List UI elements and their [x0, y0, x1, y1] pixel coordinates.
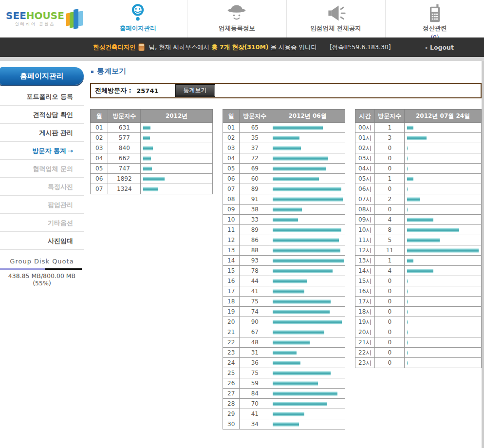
visitors-count-cell: 0 — [375, 327, 405, 337]
visitor-bar — [273, 371, 331, 375]
usage-highlight: 총 7개 현장(310M) — [211, 43, 268, 52]
visitors-count-cell: 1324 — [108, 184, 141, 194]
bar-cell — [405, 317, 482, 327]
sidebar-item[interactable]: 게시판 관리 — [0, 124, 84, 142]
logo[interactable]: SEEHOUSE 인테리어 콘텐츠 — [0, 0, 89, 37]
nav-item-homepage-management[interactable]: 홈페이지관리 — [89, 0, 187, 37]
visitor-bar — [273, 269, 333, 273]
category-cell: 12시 — [355, 245, 375, 256]
sidebar-item[interactable]: 포트폴리오 등록 — [0, 88, 84, 106]
bar-cell — [270, 337, 345, 348]
bar-cell — [405, 143, 482, 153]
bar-cell — [270, 123, 345, 133]
table-row: 1578 — [223, 266, 345, 276]
sidebar: 홈페이지관리 포트폴리오 등록견적상담 확인게시판 관리방문자 통계⇢협력업체 … — [0, 61, 84, 448]
logout-arrow-icon: ▸ — [426, 45, 428, 50]
logo-wordmark: SEEHOUSE — [6, 11, 64, 20]
stats-tables-row: 월방문자수2012년016310257703840046620574706189… — [90, 109, 482, 429]
table-row: 2090 — [223, 317, 345, 327]
table-row: 1644 — [223, 276, 345, 286]
bar-cell — [270, 235, 345, 245]
category-cell: 00시 — [355, 123, 375, 133]
bar-cell — [270, 348, 345, 358]
logout-button[interactable]: ▸Logout — [426, 37, 454, 57]
sidebar-item[interactable]: 사진임대 — [0, 232, 84, 250]
nav-label: 입점업체 전체공지 — [310, 24, 361, 33]
visitors-count-cell: 48 — [240, 337, 270, 348]
visitors-count-cell: 86 — [240, 235, 270, 245]
visitor-bar — [407, 248, 479, 253]
table-row: 15시0 — [355, 276, 482, 286]
bar-cell — [405, 153, 482, 164]
bar-cell — [405, 123, 482, 133]
table-row: 1741 — [223, 286, 345, 297]
visitor-bar — [273, 259, 344, 263]
visitors-count-cell: 3 — [375, 133, 405, 143]
column-header: 시간 — [355, 110, 375, 123]
category-cell: 22 — [223, 337, 240, 348]
table-row: 1388 — [223, 245, 345, 256]
bar-cell — [270, 153, 345, 164]
category-cell: 14시 — [355, 266, 375, 276]
visitors-count-cell: 2 — [375, 194, 405, 205]
visitor-bar — [407, 197, 420, 202]
category-cell: 10시 — [355, 225, 375, 235]
visitors-count-cell: 5 — [375, 235, 405, 245]
table-row: 0789 — [223, 184, 345, 194]
visitors-count-cell: 89 — [240, 225, 270, 235]
nav-item-settlement[interactable]: 정산관련 (0) — [385, 0, 484, 37]
category-cell: 20 — [223, 317, 240, 327]
category-cell: 22시 — [355, 348, 375, 358]
bar-cell — [141, 184, 213, 194]
sidebar-item[interactable]: 방문자 통계⇢ — [0, 142, 84, 160]
quota-title: Group Disk Quota — [0, 258, 84, 265]
sidebar-item[interactable]: 견적상담 확인 — [0, 106, 84, 124]
table-row: 03840 — [91, 143, 213, 153]
visitors-count-cell: 1 — [375, 256, 405, 266]
visitors-count-cell: 4 — [375, 215, 405, 225]
nav-item-tenant-notice[interactable]: 입점업체 전체공지 — [286, 0, 385, 37]
category-cell: 02시 — [355, 143, 375, 153]
user-name: 한성건축디자인 — [93, 43, 136, 52]
table-row: 20시0 — [355, 327, 482, 337]
view-stats-button[interactable]: 통계보기 — [175, 84, 215, 97]
visitors-count-cell: 88 — [240, 245, 270, 256]
category-cell: 21시 — [355, 337, 375, 348]
bar-cell — [270, 409, 345, 419]
bar-cell — [405, 164, 482, 174]
nav-item-company-registration-info[interactable]: 업체등록정보 — [187, 0, 286, 37]
table-row: 2784 — [223, 389, 345, 399]
category-cell: 07시 — [355, 194, 375, 205]
category-cell: 16시 — [355, 286, 375, 297]
category-cell: 05 — [91, 164, 108, 174]
visitor-bar — [273, 228, 341, 232]
visitors-count-cell: 90 — [240, 317, 270, 327]
visitors-count-cell: 0 — [375, 153, 405, 164]
calculator-icon — [427, 4, 443, 22]
visitors-count-cell: 0 — [375, 297, 405, 307]
bar-cell — [270, 389, 345, 399]
table-row: 16시0 — [355, 286, 482, 297]
logo-subtitle: 인테리어 콘텐츠 — [6, 21, 64, 27]
table-row: 3034 — [223, 419, 345, 429]
bar-cell — [270, 327, 345, 337]
category-cell: 13시 — [355, 256, 375, 266]
visitor-bar — [273, 392, 337, 396]
disk-quota: Group Disk Quota 438.85 MB/800.00 MB (55… — [0, 258, 84, 287]
category-cell: 03 — [223, 143, 240, 153]
visitor-bar — [407, 156, 408, 161]
table-row: 21시0 — [355, 337, 482, 348]
category-cell: 05 — [223, 164, 240, 174]
category-cell: 06 — [223, 174, 240, 184]
bar-cell — [270, 266, 345, 276]
sidebar-title-tab[interactable]: 홈페이지관리 — [0, 67, 84, 85]
visitor-bar — [143, 187, 158, 191]
category-cell: 30 — [223, 419, 240, 429]
visitors-count-cell: 0 — [375, 164, 405, 174]
bar-cell — [270, 286, 345, 297]
column-header: 방문자수 — [240, 110, 270, 123]
visitor-bar — [273, 126, 323, 130]
visitors-count-cell: 11 — [375, 245, 405, 256]
category-cell: 02 — [223, 133, 240, 143]
table-row: 04662 — [91, 153, 213, 164]
